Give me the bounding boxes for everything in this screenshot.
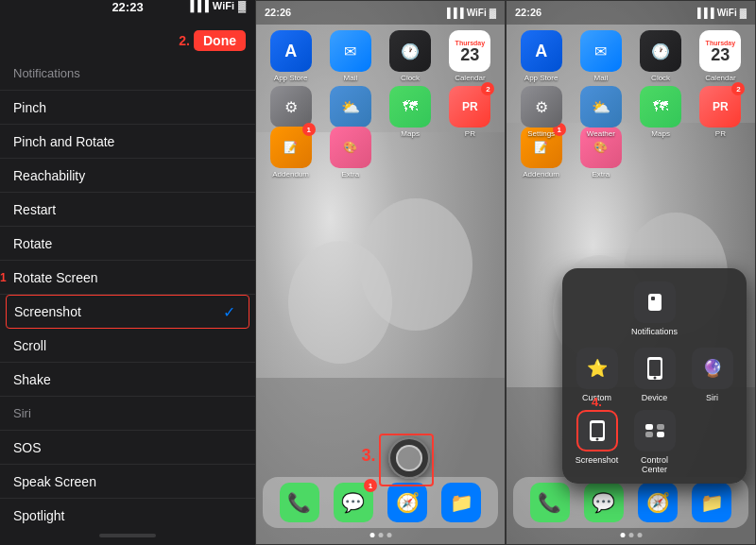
battery-icon-m: ▓ <box>490 8 496 18</box>
app-extra-m[interactable]: 🎨 Extra <box>322 127 378 179</box>
item-reachability[interactable]: Reachability <box>0 159 255 193</box>
app-clock-m[interactable]: 🕐 Clock <box>383 30 438 82</box>
messages-badge: 1 <box>364 479 377 492</box>
item-rotate-screen[interactable]: 1 Rotate Screen <box>0 261 255 295</box>
dot-1-r <box>620 533 625 537</box>
popup-siri-label: Siri <box>706 393 718 402</box>
popup-screenshot-icon <box>576 410 618 451</box>
popup-notifications-icon <box>634 281 676 323</box>
app-settings-r[interactable]: ⚙ Settings <box>513 86 569 138</box>
step1-badge: 1 <box>0 271 7 284</box>
popup-control-center-icon <box>634 410 676 451</box>
assistive-touch-popup: Notifications ⭐ Custom <box>562 268 747 484</box>
screenshot-phone-icon <box>589 419 606 442</box>
svg-rect-19 <box>657 424 664 430</box>
popup-siri-icon: 🔮 <box>692 348 733 389</box>
item-sos[interactable]: SOS <box>0 431 255 465</box>
pr-badge-r: 2 <box>731 82 745 95</box>
right-phone-panel: 22:26 ▐▐▐ WiFi ▓ A App Store ✉ Mail 🕐 Cl… <box>506 0 756 545</box>
app-appstore-m[interactable]: A App Store <box>263 30 318 82</box>
app-extra-icon-m: 🎨 <box>330 127 371 168</box>
popup-screenshot[interactable]: 4. Screenshot <box>572 410 622 474</box>
app-weather-r[interactable]: ⛅ Weather <box>573 86 628 138</box>
dock-phone-m[interactable]: 📞 <box>280 483 319 522</box>
svg-rect-21 <box>657 432 664 437</box>
dock-files-m[interactable]: 📁 <box>441 483 481 522</box>
app-maps-r[interactable]: 🗺 Maps <box>633 86 689 138</box>
svg-rect-10 <box>648 294 662 311</box>
dot-2-m <box>378 533 383 537</box>
done-bar: 2. Done <box>0 26 255 57</box>
time-right: 22:26 <box>515 7 541 18</box>
popup-grid: ⭐ Custom Device 🔮 <box>572 348 737 474</box>
popup-custom-icon: ⭐ <box>576 348 618 389</box>
svg-point-17 <box>595 438 598 441</box>
dot-3-m <box>387 533 391 537</box>
svg-rect-11 <box>651 297 655 300</box>
status-icons-middle: ▐▐▐ WiFi ▓ <box>443 8 496 18</box>
wifi-icon: WiFi <box>213 0 234 11</box>
dock-files-r[interactable]: 📁 <box>692 483 731 522</box>
control-center-icon <box>644 423 665 438</box>
battery-icon-r: ▓ <box>740 8 747 18</box>
svg-rect-16 <box>592 423 603 437</box>
status-bar-right: 22:26 ▐▐▐ WiFi ▓ <box>506 0 756 25</box>
svg-rect-20 <box>645 432 653 437</box>
app-addendum-m[interactable]: 📝 1 Addendum <box>263 127 318 179</box>
item-pinch[interactable]: Pinch <box>0 91 255 125</box>
item-scroll[interactable]: Scroll <box>0 329 255 363</box>
item-screenshot[interactable]: Screenshot ✓ <box>6 295 249 329</box>
time-left: 22:23 <box>112 0 143 14</box>
dock-phone-r[interactable]: 📞 <box>530 483 570 522</box>
step4-badge: 4. <box>592 395 602 409</box>
checkmark-icon: ✓ <box>223 303 235 321</box>
popup-device-icon <box>634 348 676 389</box>
status-bar-middle: 22:26 ▐▐▐ WiFi ▓ <box>255 0 506 25</box>
settings-list: Notifications Pinch Pinch and Rotate Rea… <box>0 57 255 530</box>
popup-siri[interactable]: 🔮 Siri <box>687 348 737 402</box>
signal-icon: ▐▐▐ <box>186 0 208 11</box>
popup-notifications-item[interactable]: Notifications <box>631 281 678 336</box>
dot-1-m <box>369 533 374 537</box>
status-icons-right: ▐▐▐ WiFi ▓ <box>694 8 747 18</box>
app-mail-r[interactable]: ✉ Mail <box>573 30 628 82</box>
device-phone-icon <box>645 356 664 381</box>
item-pinch-rotate[interactable]: Pinch and Rotate <box>0 125 255 159</box>
popup-device[interactable]: Device <box>629 348 679 402</box>
svg-point-2 <box>288 241 392 364</box>
app-clock-icon-m: 🕐 <box>389 30 431 72</box>
item-rotate[interactable]: Rotate <box>0 227 255 261</box>
svg-rect-13 <box>649 360 661 376</box>
popup-notifications-label: Notifications <box>631 327 678 336</box>
signal-icon-r: ▐▐▐ <box>694 8 713 18</box>
dock-safari-m[interactable]: 🧭 <box>387 483 427 522</box>
app-settings-icon-m: ⚙ <box>270 86 312 128</box>
step2-badge: 2. <box>179 33 190 48</box>
dock-messages-m[interactable]: 💬 1 <box>334 483 373 522</box>
app-clock-r[interactable]: 🕐 Clock <box>633 30 689 82</box>
item-spotlight[interactable]: Spotlight <box>0 499 255 530</box>
item-restart[interactable]: Restart <box>0 193 255 227</box>
svg-point-14 <box>653 377 656 380</box>
dock-right: 📞 💬 🧭 📁 <box>513 477 748 528</box>
dock-safari-r[interactable]: 🧭 <box>638 483 678 522</box>
app-pr-r[interactable]: PR 2 PR <box>693 86 748 138</box>
done-button[interactable]: Done <box>194 30 246 51</box>
app-mail-icon-m: ✉ <box>330 30 371 72</box>
section-notifications: Notifications <box>0 57 255 91</box>
page-indicator-right <box>620 533 642 537</box>
app-appstore-r[interactable]: A App Store <box>513 30 569 82</box>
item-speak-screen[interactable]: Speak Screen <box>0 465 255 499</box>
popup-device-label: Device <box>642 393 668 402</box>
app-calendar-m[interactable]: Thursday 23 Calendar <box>442 30 498 82</box>
app-calendar-r[interactable]: Thursday 23 Calendar <box>693 30 748 82</box>
bottom-bar <box>99 534 156 537</box>
item-shake[interactable]: Shake <box>0 363 255 397</box>
app-weather-icon-m: ⛅ <box>330 86 371 128</box>
popup-control-center[interactable]: Control Center <box>629 410 679 474</box>
app-mail-m[interactable]: ✉ Mail <box>322 30 378 82</box>
wifi-icon-r: WiFi <box>717 8 737 18</box>
pr-badge: 2 <box>481 82 494 95</box>
dock-messages-r[interactable]: 💬 <box>584 483 624 522</box>
popup-control-center-label: Control Center <box>629 455 679 474</box>
